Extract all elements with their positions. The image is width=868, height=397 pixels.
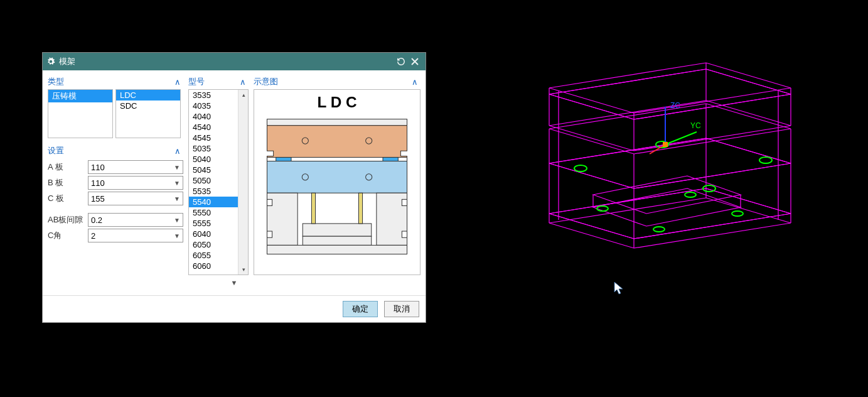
combo-value: 110	[91, 163, 105, 172]
chevron-down-icon: ▼	[174, 232, 180, 239]
section-label: 示意图	[254, 76, 278, 87]
svg-point-59	[759, 157, 772, 163]
section-label: 设置	[48, 145, 64, 156]
list-item[interactable]: 5040	[189, 154, 238, 165]
list-item[interactable]: 6060	[189, 261, 238, 271]
field-label: A 板	[48, 161, 84, 173]
type-listbox[interactable]: 压铸模	[48, 89, 113, 138]
list-item[interactable]: 5540	[189, 197, 238, 207]
field-label: AB板间隙	[48, 214, 84, 226]
axis-y-label: YC	[690, 121, 701, 130]
svg-rect-17	[311, 193, 315, 224]
a-plate-combo[interactable]: 110 ▼	[88, 160, 183, 174]
svg-rect-0	[267, 119, 407, 126]
list-item[interactable]: 4040	[189, 111, 238, 122]
svg-marker-45	[593, 188, 741, 226]
moldbase-dialog: 模架 类型 ∧ 压铸模 LDC SDC	[42, 52, 426, 323]
svg-rect-11	[267, 199, 272, 205]
svg-marker-32	[549, 104, 791, 154]
list-item[interactable]: SDC	[116, 101, 180, 111]
svg-rect-6	[267, 161, 407, 193]
reset-button[interactable]	[394, 55, 408, 68]
list-item[interactable]: 6055	[189, 250, 238, 261]
section-header-model[interactable]: 型号 ∧	[188, 74, 249, 89]
svg-rect-18	[358, 193, 362, 224]
ab-gap-combo[interactable]: 0.2 ▼	[88, 213, 183, 227]
dialog-title: 模架	[59, 56, 75, 67]
combo-value: 110	[91, 178, 105, 188]
svg-point-62	[685, 192, 696, 197]
svg-rect-19	[267, 245, 407, 254]
svg-marker-26	[549, 69, 791, 119]
chevron-down-icon: ▼	[174, 164, 180, 171]
svg-rect-14	[402, 231, 407, 237]
section-header-settings[interactable]: 设置 ∧	[48, 143, 183, 158]
list-item[interactable]: 5535	[189, 186, 238, 197]
chevron-down-icon: ▼	[174, 217, 180, 224]
chevron-up-icon: ∧	[174, 146, 181, 156]
series-listbox[interactable]: LDC SDC	[115, 89, 181, 138]
ok-button[interactable]: 确定	[343, 301, 378, 317]
list-item[interactable]: 5050	[189, 175, 238, 186]
list-item[interactable]: 4540	[189, 122, 238, 133]
scrollbar[interactable]: ▴ ▾	[238, 90, 248, 275]
svg-rect-16	[303, 236, 371, 245]
combo-value: 155	[91, 194, 105, 204]
svg-marker-38	[549, 138, 791, 188]
cancel-button[interactable]: 取消	[384, 301, 419, 317]
axis-z-label: ZC	[670, 101, 680, 110]
chevron-down-icon: ▼	[174, 195, 180, 202]
schematic-image: L D C	[254, 89, 421, 275]
svg-marker-48	[549, 188, 791, 239]
section-label: 型号	[188, 76, 205, 87]
svg-rect-5	[383, 157, 398, 161]
section-header-schematic[interactable]: 示意图 ∧	[254, 74, 421, 89]
field-label: C 板	[48, 193, 84, 204]
section-header-type[interactable]: 类型 ∧	[48, 74, 183, 89]
svg-rect-12	[402, 199, 407, 205]
svg-marker-49	[549, 198, 791, 248]
section-label: 类型	[48, 76, 64, 87]
svg-rect-15	[303, 224, 371, 236]
chevron-up-icon: ∧	[174, 77, 181, 87]
list-item[interactable]: 3535	[189, 90, 238, 101]
list-item[interactable]: 压铸模	[48, 90, 112, 102]
gear-icon	[46, 57, 55, 66]
combo-value: 2	[91, 231, 95, 241]
chevron-up-icon: ∧	[412, 77, 418, 87]
3d-viewport[interactable]: ZC YC	[439, 0, 868, 397]
close-button[interactable]	[408, 55, 422, 68]
list-item[interactable]: 5555	[189, 218, 238, 229]
list-item[interactable]: 5035	[189, 143, 238, 154]
svg-rect-67	[663, 142, 668, 147]
c-angle-combo[interactable]: 2 ▼	[88, 229, 183, 242]
svg-marker-33	[549, 138, 791, 188]
c-plate-combo[interactable]: 155 ▼	[88, 192, 183, 205]
svg-point-61	[653, 227, 665, 232]
schematic-title: L D C	[317, 94, 356, 111]
list-item[interactable]: 5550	[189, 207, 238, 218]
svg-point-63	[732, 211, 743, 216]
field-label: C角	[48, 230, 84, 241]
svg-rect-4	[276, 157, 291, 161]
dialog-footer: 确定 取消	[43, 295, 426, 322]
list-item[interactable]: 6040	[189, 229, 238, 239]
svg-marker-39	[549, 188, 791, 239]
chevron-down-icon: ▼	[231, 279, 238, 286]
scroll-up-icon[interactable]: ▴	[238, 90, 249, 100]
list-item[interactable]: 6050	[189, 239, 238, 250]
size-listbox[interactable]: 3535403540404540454550355040504550505535…	[188, 89, 249, 275]
list-item[interactable]: 4035	[189, 101, 238, 111]
chevron-up-icon: ∧	[240, 77, 246, 87]
chevron-down-icon: ▼	[174, 180, 180, 187]
scroll-down-icon[interactable]: ▾	[238, 264, 249, 275]
b-plate-combo[interactable]: 110 ▼	[88, 176, 183, 190]
list-item[interactable]: 5045	[189, 165, 238, 175]
list-item[interactable]: LDC	[116, 90, 180, 101]
list-item[interactable]: 4545	[189, 133, 238, 143]
field-label: B 板	[48, 177, 84, 188]
combo-value: 0.2	[91, 215, 102, 225]
svg-marker-21	[549, 69, 791, 119]
dialog-titlebar[interactable]: 模架	[43, 53, 426, 70]
expand-toggle[interactable]: ▼	[48, 275, 421, 290]
